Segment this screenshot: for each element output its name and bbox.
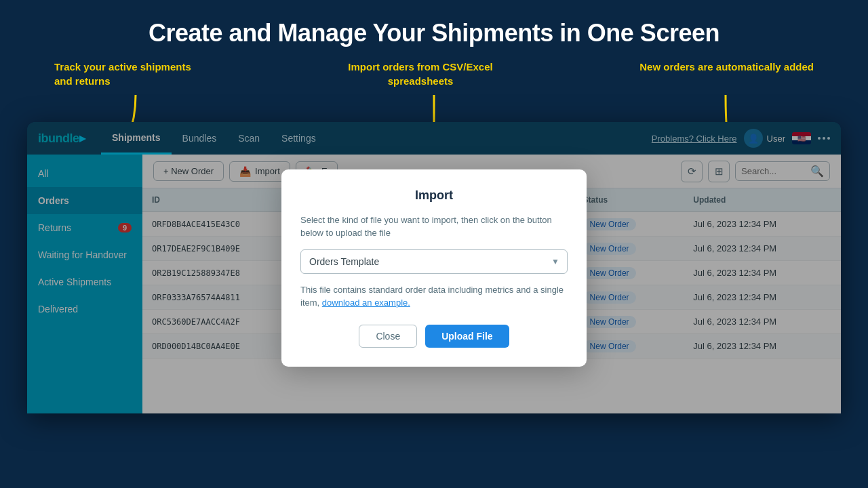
annotation-middle-text: Import orders from CSV/Excel spreadsheet… <box>348 61 492 87</box>
import-modal: Import Select the kind of file you want … <box>281 169 587 367</box>
modal-title: Import <box>300 188 568 203</box>
hero-header: Create and Manage Your Shipments in One … <box>0 0 868 47</box>
annotation-right-text: New orders are automatically added <box>639 61 814 73</box>
annotations-row: Track your active shipments and returns … <box>0 47 868 122</box>
modal-overlay: Import Select the kind of file you want … <box>27 122 841 413</box>
download-example-link[interactable]: download an example. <box>322 298 410 308</box>
modal-description: Select the kind of file you want to impo… <box>300 214 568 240</box>
template-select[interactable]: Orders Template Returns Template Custom … <box>300 249 568 274</box>
upload-file-button[interactable]: Upload File <box>425 325 509 348</box>
modal-actions: Close Upload File <box>300 325 568 348</box>
template-select-wrap: Orders Template Returns Template Custom … <box>300 249 568 274</box>
annotation-middle: Import orders from CSV/Excel spreadsheet… <box>332 60 509 122</box>
annotation-left: Track your active shipments and returns <box>54 60 203 122</box>
annotation-left-text: Track your active shipments and returns <box>54 61 191 87</box>
app-window: ibundle▸ Shipments Bundles Scan Settings… <box>27 122 841 413</box>
close-button[interactable]: Close <box>359 325 417 348</box>
annotation-right: New orders are automatically added <box>637 60 814 122</box>
hero-title: Create and Manage Your Shipments in One … <box>14 19 854 47</box>
modal-info: This file contains standard order data i… <box>300 283 568 310</box>
